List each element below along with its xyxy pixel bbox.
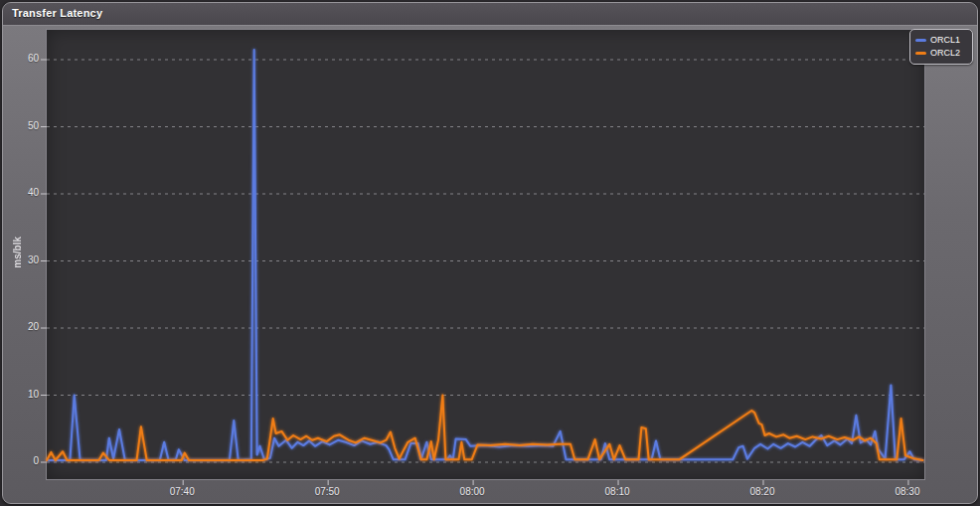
chart-title: Transfer Latency: [12, 7, 102, 19]
legend: ORCL1 ORCL2: [909, 29, 973, 65]
y-tick-label: 0: [9, 455, 39, 466]
orcl2-line-marker-icon: [915, 52, 926, 55]
series-line-orcl1: [47, 50, 923, 460]
x-tick-label: 07:50: [297, 486, 357, 497]
x-tick-label: 07:40: [152, 486, 212, 497]
x-tick-label: 08:10: [587, 486, 647, 497]
x-tick-label: 08:20: [733, 486, 792, 497]
chart-panel: Transfer Latency ms/blk 010203040506007:…: [2, 2, 978, 504]
orcl1-line-marker-icon: [915, 39, 926, 42]
legend-item-orcl2: ORCL2: [915, 47, 967, 60]
chart-region: ms/blk 010203040506007:4007:5008:0008:10…: [3, 25, 977, 503]
y-tick-label: 20: [9, 321, 39, 332]
legend-label-orcl2: ORCL2: [930, 47, 960, 60]
x-tick-label: 08:30: [878, 486, 937, 497]
panel-title-bar: Transfer Latency: [3, 3, 977, 25]
legend-item-orcl1: ORCL1: [915, 34, 967, 47]
y-tick-label: 60: [9, 53, 39, 64]
plot-area: [46, 29, 925, 480]
x-tick-label: 08:00: [442, 486, 502, 497]
y-tick-label: 30: [9, 254, 39, 265]
y-tick-label: 50: [9, 120, 39, 131]
y-tick-label: 10: [9, 389, 39, 400]
legend-label-orcl1: ORCL1: [930, 34, 960, 47]
chart-canvas: [47, 30, 924, 479]
y-tick-label: 40: [9, 187, 39, 198]
